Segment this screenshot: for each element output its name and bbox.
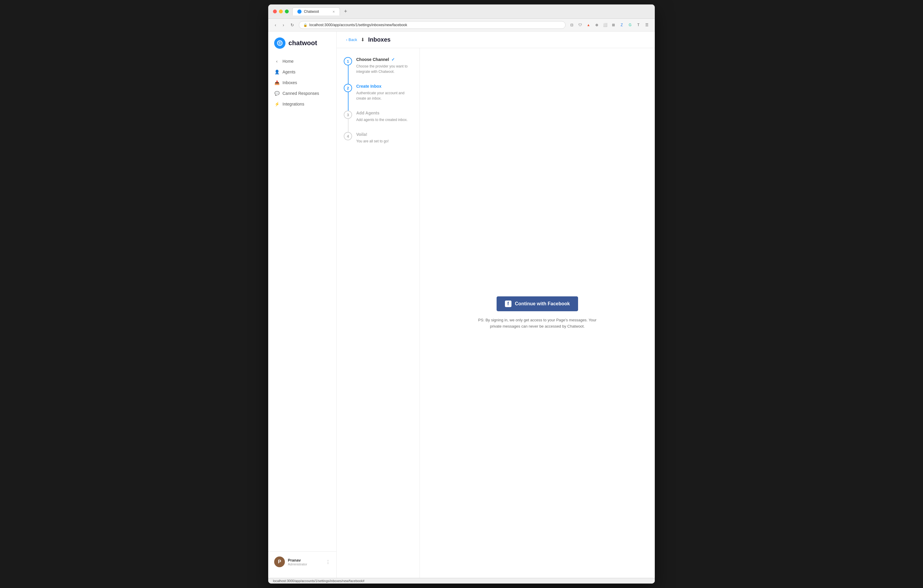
sidebar: chatwoot ‹ Home 👤 Agents 📥 Inboxes 💬 Ca [268, 31, 337, 578]
nav-bar: ‹ › ↻ 🔒 localhost:3000/app/accounts/1/se… [268, 19, 655, 31]
avatar: P [274, 557, 285, 567]
step-4-desc: You are all set to go! [356, 138, 389, 144]
content-area: 1 Choose Channel ✓ Choose the provider y… [337, 48, 655, 578]
extensions-icon[interactable]: ⊕ [593, 22, 600, 28]
step-4-title: Voila! [356, 132, 389, 137]
bookmark-icon[interactable]: ⊡ [568, 22, 575, 28]
close-button[interactable] [273, 10, 277, 13]
sidebar-footer: P Pranav Administrator ⋮ [268, 552, 336, 572]
menu-icon[interactable]: ☰ [644, 22, 650, 28]
address-bar[interactable]: 🔒 localhost:3000/app/accounts/1/settings… [299, 21, 566, 29]
step-1-desc: Choose the provider you want to integrat… [356, 64, 412, 74]
facebook-button-label: Continue with Facebook [515, 301, 570, 307]
puzzle-icon[interactable]: ⬜ [602, 22, 608, 28]
main-content: ‹ Back ⬇ Inboxes 1 Choose Channel ✓ [337, 31, 655, 578]
warning-icon: ▲ [585, 22, 592, 28]
facebook-logo-icon: f [505, 301, 511, 307]
inboxes-icon: 📥 [274, 80, 279, 85]
step-2-title: Create Inbox [356, 84, 412, 89]
sidebar-item-home[interactable]: ‹ Home [268, 56, 336, 67]
step-create-inbox: 2 Create Inbox Authenticate your account… [344, 84, 412, 110]
step-voila: 4 Voila! You are all set to go! [344, 132, 412, 153]
logo-text: chatwoot [288, 39, 317, 47]
url-text: localhost:3000/app/accounts/1/settings/i… [309, 23, 561, 27]
grammarly-icon[interactable]: G [627, 22, 633, 28]
page-title: Inboxes [368, 36, 391, 43]
status-url: localhost:3000/app/accounts/1/settings/i… [273, 579, 365, 583]
step-1-title: Choose Channel ✓ [356, 57, 412, 62]
sidebar-nav: ‹ Home 👤 Agents 📥 Inboxes 💬 Canned Respo… [268, 56, 336, 552]
back-link-label: Back [348, 38, 357, 42]
step-3-content: Add Agents Add agents to the created inb… [356, 110, 408, 132]
grid-icon[interactable]: ⊞ [610, 22, 617, 28]
sidebar-item-integrations-label: Integrations [282, 102, 304, 107]
user-role: Administrator [288, 562, 323, 566]
step-1-number: 1 [344, 57, 352, 66]
logo: chatwoot [268, 38, 336, 56]
zap-icon[interactable]: Z [619, 22, 625, 28]
sidebar-item-agents[interactable]: 👤 Agents [268, 67, 336, 77]
sidebar-item-agents-label: Agents [282, 69, 296, 74]
browser-nav-icons: ⊡ 🛡 ▲ ⊕ ⬜ ⊞ Z G T ☰ [568, 22, 650, 28]
step-2-desc: Authenticate your account and create an … [356, 90, 412, 101]
forward-nav-button[interactable]: › [281, 21, 286, 28]
browser-tab[interactable]: Chatwoot ✕ [292, 7, 340, 15]
sidebar-item-home-label: Home [282, 59, 294, 64]
new-tab-button[interactable]: + [342, 8, 349, 15]
translate-icon[interactable]: T [635, 22, 642, 28]
agents-icon: 👤 [274, 69, 279, 74]
tab-title: Chatwoot [304, 10, 319, 14]
traffic-lights [273, 10, 289, 13]
step-3-desc: Add agents to the created inbox. [356, 117, 408, 123]
sidebar-item-inboxes[interactable]: 📥 Inboxes [268, 77, 336, 88]
tab-close-icon[interactable]: ✕ [332, 10, 335, 13]
step-1-content: Choose Channel ✓ Choose the provider you… [356, 57, 412, 84]
step-2-content: Create Inbox Authenticate your account a… [356, 84, 412, 110]
lock-icon: 🔒 [303, 23, 307, 27]
user-name: Pranav [288, 558, 323, 562]
back-arrow-icon: ‹ [346, 38, 347, 42]
user-info: Pranav Administrator [288, 558, 323, 566]
tab-bar: Chatwoot ✕ + [292, 7, 650, 15]
tab-favicon-icon [297, 10, 302, 14]
step-4-content: Voila! You are all set to go! [356, 132, 389, 153]
back-nav-button[interactable]: ‹ [273, 21, 278, 28]
sidebar-item-canned-responses-label: Canned Responses [282, 91, 319, 96]
sidebar-item-integrations[interactable]: ⚡ Integrations [268, 99, 336, 109]
right-panel: f Continue with Facebook PS: By signing … [420, 48, 655, 578]
step-add-agents: 3 Add Agents Add agents to the created i… [344, 110, 412, 132]
sidebar-item-inboxes-label: Inboxes [282, 80, 297, 85]
sidebar-item-canned-responses[interactable]: 💬 Canned Responses [268, 88, 336, 99]
back-link[interactable]: ‹ Back [346, 38, 357, 42]
browser-window: Chatwoot ✕ + ‹ › ↻ 🔒 localhost:3000/app/… [268, 5, 655, 583]
download-icon: ⬇ [361, 37, 365, 43]
minimize-button[interactable] [279, 10, 283, 13]
step-3-number: 3 [344, 110, 352, 119]
shield-icon[interactable]: 🛡 [577, 22, 583, 28]
steps-panel: 1 Choose Channel ✓ Choose the provider y… [337, 48, 420, 578]
app-layout: chatwoot ‹ Home 👤 Agents 📥 Inboxes 💬 Ca [268, 31, 655, 578]
check-icon: ✓ [390, 57, 395, 62]
canned-responses-icon: 💬 [274, 91, 279, 96]
step-2-number: 2 [344, 84, 352, 92]
home-icon: ‹ [274, 59, 279, 64]
maximize-button[interactable] [285, 10, 289, 13]
refresh-button[interactable]: ↻ [289, 21, 296, 28]
step-choose-channel: 1 Choose Channel ✓ Choose the provider y… [344, 57, 412, 84]
privacy-note: PS: By signing in, we only get access to… [475, 317, 600, 330]
step-3-title: Add Agents [356, 110, 408, 115]
status-bar: localhost:3000/app/accounts/1/settings/i… [268, 578, 655, 583]
step-4-number: 4 [344, 132, 352, 140]
integrations-icon: ⚡ [274, 102, 279, 107]
more-options-button[interactable]: ⋮ [325, 559, 330, 565]
logo-icon [274, 38, 286, 49]
title-bar: Chatwoot ✕ + [268, 5, 655, 19]
page-header: ‹ Back ⬇ Inboxes [337, 31, 655, 48]
continue-with-facebook-button[interactable]: f Continue with Facebook [497, 296, 578, 311]
